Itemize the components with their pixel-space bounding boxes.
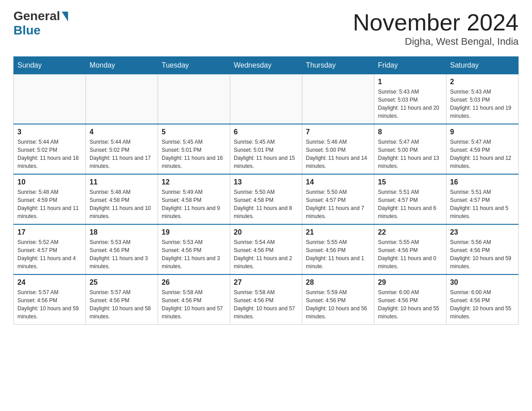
day-number: 29 <box>378 278 442 287</box>
day-info: Sunrise: 5:58 AMSunset: 4:56 PMDaylight:… <box>234 288 298 321</box>
day-cell: 8Sunrise: 5:47 AMSunset: 5:00 PMDaylight… <box>374 124 446 174</box>
day-info: Sunrise: 6:00 AMSunset: 4:56 PMDaylight:… <box>378 288 442 321</box>
week-row-3: 10Sunrise: 5:48 AMSunset: 4:59 PMDayligh… <box>14 174 519 224</box>
month-title: November 2024 <box>353 9 519 36</box>
day-cell <box>302 74 374 124</box>
day-cell: 16Sunrise: 5:51 AMSunset: 4:57 PMDayligh… <box>446 174 519 224</box>
day-info: Sunrise: 5:57 AMSunset: 4:56 PMDaylight:… <box>90 288 154 321</box>
day-number: 22 <box>378 228 442 236</box>
week-row-4: 17Sunrise: 5:52 AMSunset: 4:57 PMDayligh… <box>14 224 519 274</box>
day-number: 20 <box>234 228 298 236</box>
day-cell: 18Sunrise: 5:53 AMSunset: 4:56 PMDayligh… <box>86 224 158 274</box>
day-cell: 19Sunrise: 5:53 AMSunset: 4:56 PMDayligh… <box>158 224 230 274</box>
week-row-1: 1Sunrise: 5:43 AMSunset: 5:03 PMDaylight… <box>14 74 519 124</box>
day-cell: 17Sunrise: 5:52 AMSunset: 4:57 PMDayligh… <box>14 224 86 274</box>
week-row-2: 3Sunrise: 5:44 AMSunset: 5:02 PMDaylight… <box>14 124 519 174</box>
day-number: 23 <box>450 228 515 236</box>
logo-triangle-icon <box>62 12 68 21</box>
day-cell: 23Sunrise: 5:56 AMSunset: 4:56 PMDayligh… <box>446 224 519 274</box>
day-info: Sunrise: 5:44 AMSunset: 5:02 PMDaylight:… <box>17 138 82 170</box>
day-info: Sunrise: 5:44 AMSunset: 5:02 PMDaylight:… <box>90 138 154 170</box>
day-cell: 14Sunrise: 5:50 AMSunset: 4:57 PMDayligh… <box>302 174 374 224</box>
day-number: 24 <box>17 278 82 287</box>
day-number: 1 <box>378 78 442 86</box>
day-info: Sunrise: 5:53 AMSunset: 4:56 PMDaylight:… <box>90 238 154 270</box>
week-row-5: 24Sunrise: 5:57 AMSunset: 4:56 PMDayligh… <box>14 274 519 325</box>
day-cell: 22Sunrise: 5:55 AMSunset: 4:56 PMDayligh… <box>374 224 446 274</box>
day-number: 25 <box>90 278 154 287</box>
day-cell <box>158 74 230 124</box>
col-header-tuesday: Tuesday <box>158 57 230 74</box>
day-cell: 11Sunrise: 5:48 AMSunset: 4:58 PMDayligh… <box>86 174 158 224</box>
title-block: November 2024 Digha, West Bengal, India <box>353 9 519 47</box>
day-number: 21 <box>306 228 370 236</box>
col-header-thursday: Thursday <box>302 57 374 74</box>
day-info: Sunrise: 5:51 AMSunset: 4:57 PMDaylight:… <box>378 188 442 220</box>
day-info: Sunrise: 5:56 AMSunset: 4:56 PMDaylight:… <box>450 238 515 270</box>
day-info: Sunrise: 5:54 AMSunset: 4:56 PMDaylight:… <box>234 238 298 270</box>
logo-blue-label: Blue <box>13 23 41 38</box>
day-cell <box>14 74 86 124</box>
day-cell: 2Sunrise: 5:43 AMSunset: 5:03 PMDaylight… <box>446 74 519 124</box>
day-cell: 27Sunrise: 5:58 AMSunset: 4:56 PMDayligh… <box>230 274 302 325</box>
day-cell: 4Sunrise: 5:44 AMSunset: 5:02 PMDaylight… <box>86 124 158 174</box>
day-cell: 30Sunrise: 6:00 AMSunset: 4:56 PMDayligh… <box>446 274 519 325</box>
day-number: 10 <box>17 178 82 186</box>
day-number: 14 <box>306 178 370 186</box>
day-number: 8 <box>378 128 442 136</box>
day-cell <box>230 74 302 124</box>
col-header-monday: Monday <box>86 57 158 74</box>
day-number: 2 <box>450 78 515 86</box>
day-info: Sunrise: 5:55 AMSunset: 4:56 PMDaylight:… <box>378 238 442 270</box>
day-cell: 7Sunrise: 5:46 AMSunset: 5:00 PMDaylight… <box>302 124 374 174</box>
day-cell: 15Sunrise: 5:51 AMSunset: 4:57 PMDayligh… <box>374 174 446 224</box>
day-cell: 1Sunrise: 5:43 AMSunset: 5:03 PMDaylight… <box>374 74 446 124</box>
day-info: Sunrise: 5:53 AMSunset: 4:56 PMDaylight:… <box>162 238 226 270</box>
page-header: General Blue November 2024 Digha, West B… <box>13 9 519 47</box>
day-cell: 9Sunrise: 5:47 AMSunset: 4:59 PMDaylight… <box>446 124 519 174</box>
day-cell: 29Sunrise: 6:00 AMSunset: 4:56 PMDayligh… <box>374 274 446 325</box>
day-info: Sunrise: 5:43 AMSunset: 5:03 PMDaylight:… <box>450 88 515 120</box>
day-number: 9 <box>450 128 515 136</box>
day-info: Sunrise: 5:59 AMSunset: 4:56 PMDaylight:… <box>306 288 370 321</box>
day-cell: 3Sunrise: 5:44 AMSunset: 5:02 PMDaylight… <box>14 124 86 174</box>
day-cell: 6Sunrise: 5:45 AMSunset: 5:01 PMDaylight… <box>230 124 302 174</box>
day-cell: 24Sunrise: 5:57 AMSunset: 4:56 PMDayligh… <box>14 274 86 325</box>
day-info: Sunrise: 5:55 AMSunset: 4:56 PMDaylight:… <box>306 238 370 270</box>
day-cell: 20Sunrise: 5:54 AMSunset: 4:56 PMDayligh… <box>230 224 302 274</box>
day-cell: 28Sunrise: 5:59 AMSunset: 4:56 PMDayligh… <box>302 274 374 325</box>
day-info: Sunrise: 5:47 AMSunset: 5:00 PMDaylight:… <box>378 138 442 170</box>
day-number: 16 <box>450 178 515 186</box>
day-cell: 13Sunrise: 5:50 AMSunset: 4:58 PMDayligh… <box>230 174 302 224</box>
calendar-table: SundayMondayTuesdayWednesdayThursdayFrid… <box>13 56 519 325</box>
col-header-sunday: Sunday <box>14 57 86 74</box>
col-header-friday: Friday <box>374 57 446 74</box>
calendar-header-row: SundayMondayTuesdayWednesdayThursdayFrid… <box>14 57 519 74</box>
day-number: 12 <box>162 178 226 186</box>
day-cell: 12Sunrise: 5:49 AMSunset: 4:58 PMDayligh… <box>158 174 230 224</box>
day-info: Sunrise: 5:48 AMSunset: 4:59 PMDaylight:… <box>17 188 82 220</box>
day-cell <box>86 74 158 124</box>
day-info: Sunrise: 5:58 AMSunset: 4:56 PMDaylight:… <box>162 288 226 321</box>
day-info: Sunrise: 5:46 AMSunset: 5:00 PMDaylight:… <box>306 138 370 170</box>
day-cell: 25Sunrise: 5:57 AMSunset: 4:56 PMDayligh… <box>86 274 158 325</box>
day-info: Sunrise: 5:52 AMSunset: 4:57 PMDaylight:… <box>17 238 82 270</box>
day-number: 28 <box>306 278 370 287</box>
day-cell: 26Sunrise: 5:58 AMSunset: 4:56 PMDayligh… <box>158 274 230 325</box>
day-info: Sunrise: 5:45 AMSunset: 5:01 PMDaylight:… <box>162 138 226 170</box>
day-number: 15 <box>378 178 442 186</box>
day-number: 18 <box>90 228 154 236</box>
day-cell: 5Sunrise: 5:45 AMSunset: 5:01 PMDaylight… <box>158 124 230 174</box>
day-info: Sunrise: 5:47 AMSunset: 4:59 PMDaylight:… <box>450 138 515 170</box>
day-info: Sunrise: 5:49 AMSunset: 4:58 PMDaylight:… <box>162 188 226 220</box>
day-number: 5 <box>162 128 226 136</box>
logo: General Blue <box>13 9 68 38</box>
logo-general-label: General <box>13 9 60 23</box>
col-header-saturday: Saturday <box>446 57 519 74</box>
day-info: Sunrise: 5:48 AMSunset: 4:58 PMDaylight:… <box>90 188 154 220</box>
logo-general-text: General <box>13 9 68 23</box>
day-number: 30 <box>450 278 515 287</box>
day-number: 4 <box>90 128 154 136</box>
day-info: Sunrise: 6:00 AMSunset: 4:56 PMDaylight:… <box>450 288 515 321</box>
day-cell: 10Sunrise: 5:48 AMSunset: 4:59 PMDayligh… <box>14 174 86 224</box>
